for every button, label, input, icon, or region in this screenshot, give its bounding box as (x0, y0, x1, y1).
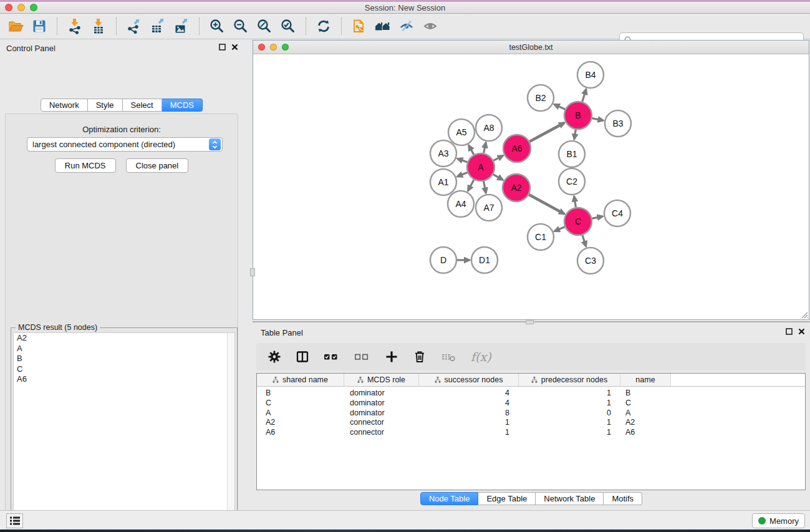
graph-edge-A2-C[interactable] (529, 195, 564, 214)
graph-node-B1[interactable]: B1 (559, 141, 585, 167)
select-all-icon[interactable] (323, 349, 340, 364)
network-graph[interactable]: B4B2BB3A8A5A6A3B1AC2A1A2A4A7C4CC1DC3D1 (253, 54, 809, 319)
tab-select[interactable]: Select (123, 99, 162, 112)
graph-node-A1[interactable]: A1 (430, 169, 456, 195)
export-image-button[interactable] (170, 15, 193, 37)
table-cell[interactable]: A (257, 409, 344, 418)
task-history-button[interactable] (6, 513, 23, 528)
open-session-button[interactable] (4, 15, 27, 37)
refresh-button[interactable] (312, 15, 335, 37)
graph-edge-C-C4[interactable] (592, 216, 603, 219)
import-table-button[interactable] (87, 15, 110, 37)
horizontal-splitter-handle[interactable] (526, 320, 534, 324)
graph-edge-C-C2[interactable] (574, 196, 576, 208)
table-cell[interactable]: dominator (344, 399, 419, 409)
delete-table-icon[interactable] (440, 349, 458, 364)
close-panel-icon[interactable] (798, 328, 805, 335)
table-cell[interactable]: 1 (519, 399, 620, 409)
table-cell[interactable]: 0 (519, 409, 620, 418)
zoom-out-button[interactable] (229, 15, 253, 37)
column-header-shared-name[interactable]: shared name (257, 374, 344, 386)
graph-node-A2[interactable]: A2 (503, 174, 530, 201)
table-cell[interactable]: A2 (257, 418, 344, 428)
graph-edge-A-A6[interactable] (493, 155, 503, 160)
tab-style[interactable]: Style (88, 99, 123, 112)
table-cell[interactable]: 1 (419, 418, 519, 428)
graph-edge-A-A3[interactable] (458, 158, 468, 162)
graph-edge-B-B3[interactable] (592, 118, 604, 121)
graph-node-A8[interactable]: A8 (476, 115, 502, 141)
table-cell[interactable]: B (257, 389, 344, 399)
vertical-splitter-handle[interactable] (250, 268, 255, 276)
table-row[interactable]: Adominator80A (257, 409, 805, 418)
function-builder-icon[interactable]: f(x) (471, 350, 491, 364)
float-panel-icon[interactable] (786, 328, 793, 335)
tab-network[interactable]: Network (41, 99, 88, 112)
mcds-result-item[interactable]: A6 (14, 374, 234, 385)
show-graphics-button[interactable] (418, 15, 442, 37)
run-mcds-button[interactable]: Run MCDS (55, 158, 116, 173)
graph-node-A[interactable]: A (467, 153, 494, 181)
table-cell[interactable]: 1 (519, 418, 620, 428)
table-cell[interactable]: C (257, 399, 344, 409)
add-column-icon[interactable] (384, 349, 399, 364)
criterion-dropdown[interactable]: largest connected component (directed) (27, 137, 223, 152)
graph-edge-B-B4[interactable] (582, 89, 586, 102)
tab-network-table[interactable]: Network Table (536, 492, 604, 505)
graph-node-C[interactable]: C (564, 208, 592, 235)
table-cell[interactable]: 1 (419, 428, 519, 438)
graph-node-B4[interactable]: B4 (577, 62, 604, 88)
tab-edge-table[interactable]: Edge Table (478, 492, 536, 505)
float-panel-icon[interactable] (219, 44, 226, 51)
mcds-result-item[interactable]: A2 (14, 333, 234, 344)
table-cell[interactable]: 4 (419, 389, 519, 399)
resize-grip-icon[interactable] (799, 310, 808, 319)
graph-node-C2[interactable]: C2 (559, 168, 585, 195)
zoom-fit-button[interactable] (253, 15, 276, 37)
home-button[interactable] (371, 15, 395, 37)
table-cell[interactable]: 8 (419, 409, 519, 418)
graph-edge-A-A8[interactable] (484, 143, 486, 153)
gear-icon[interactable] (267, 349, 282, 364)
graph-edge-A-A1[interactable] (457, 173, 467, 177)
tab-motifs[interactable]: Motifs (604, 492, 642, 505)
graph-edge-A-A5[interactable] (469, 145, 474, 155)
mcds-result-item[interactable]: C (14, 364, 234, 375)
graph-node-B3[interactable]: B3 (605, 110, 631, 137)
graph-node-B2[interactable]: B2 (528, 85, 554, 111)
close-panel-button[interactable]: Close panel (126, 158, 189, 173)
zoom-selected-button[interactable] (276, 15, 300, 37)
graph-node-B[interactable]: B (564, 102, 592, 129)
table-row[interactable]: Cdominator41C (257, 399, 805, 409)
table-cell[interactable]: A2 (620, 418, 671, 428)
column-header-mcds-role[interactable]: MCDS role (344, 374, 419, 386)
graph-edge-B-B1[interactable] (574, 130, 576, 140)
close-panel-icon[interactable] (231, 44, 238, 51)
export-table-button[interactable] (146, 15, 170, 37)
column-header-successor-nodes[interactable]: successor nodes (419, 374, 519, 386)
import-network-button[interactable] (63, 15, 87, 37)
graph-node-A7[interactable]: A7 (476, 195, 502, 221)
graph-edge-A-A7[interactable] (484, 181, 486, 193)
graph-node-D[interactable]: D (430, 247, 456, 273)
table-cell[interactable]: B (620, 389, 671, 399)
zoom-in-button[interactable] (205, 15, 229, 37)
graph-node-A3[interactable]: A3 (430, 140, 456, 167)
network-canvas[interactable]: B4B2BB3A8A5A6A3B1AC2A1A2A4A7C4CC1DC3D1 (253, 54, 809, 319)
table-cell[interactable]: dominator (344, 409, 419, 418)
mcds-result-item[interactable]: A (14, 344, 234, 354)
graph-edge-C-C3[interactable] (582, 235, 586, 246)
table-row[interactable]: A6connector11A6 (257, 428, 805, 438)
table-cell[interactable]: A6 (257, 428, 344, 438)
table-cell[interactable]: dominator (344, 389, 419, 399)
mcds-result-item[interactable]: B (14, 354, 234, 364)
network-window-titlebar[interactable]: testGlobe.txt (253, 41, 809, 54)
table-cell[interactable]: 4 (419, 399, 519, 409)
graph-edge-C-C1[interactable] (554, 227, 565, 231)
graph-node-C1[interactable]: C1 (528, 224, 554, 250)
memory-button[interactable]: Memory (752, 513, 805, 528)
graph-node-C3[interactable]: C3 (577, 248, 604, 274)
table-cell[interactable]: 1 (519, 389, 620, 399)
graph-node-A5[interactable]: A5 (448, 119, 475, 145)
table-cell[interactable]: C (620, 399, 671, 409)
